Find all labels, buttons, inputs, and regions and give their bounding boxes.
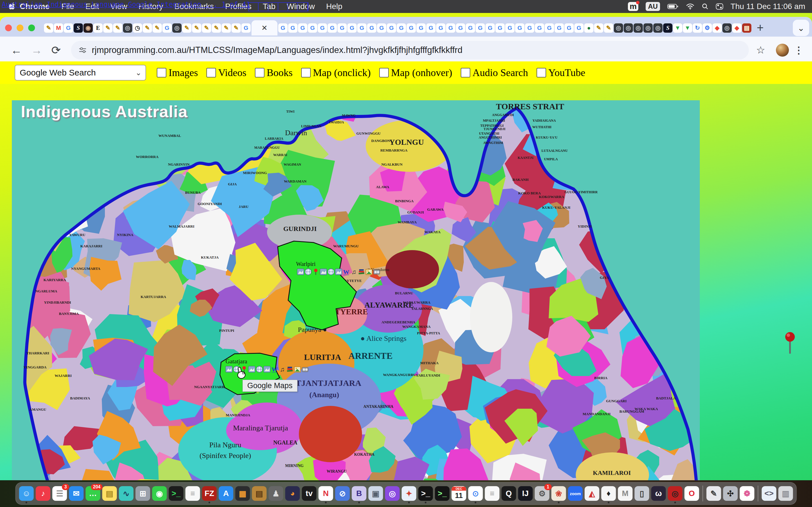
dock-item-iphone[interactable]: ▯ <box>635 486 649 501</box>
tab-favicon-google[interactable]: G <box>495 23 505 33</box>
tab-favicon-chrome-dark[interactable]: ◎ <box>633 23 643 33</box>
dock-item-textedit2[interactable]: ≡ <box>485 486 500 501</box>
dock-item-intellij[interactable]: IJ <box>518 486 533 501</box>
tab-favicon-google[interactable]: G <box>446 23 455 33</box>
dock-item-catapp[interactable]: ω <box>651 486 666 501</box>
tab-favicon-maps[interactable]: ◆ <box>732 23 742 33</box>
dock-item-accessibility[interactable]: ✣ <box>723 486 738 501</box>
tab-favicon-google[interactable]: G <box>456 23 465 33</box>
dock-item-filezilla[interactable]: FZ <box>202 486 217 501</box>
dock-item-zoom[interactable]: zoom <box>568 486 583 501</box>
spotlight-search-icon[interactable] <box>702 3 709 10</box>
dock-item-quicktime[interactable]: Q <box>502 486 516 501</box>
tab-favicon-pencil[interactable]: ✎ <box>44 23 53 33</box>
tab-favicon-pencil[interactable]: ✎ <box>153 23 162 33</box>
tab-favicon-pin[interactable]: ▼ <box>673 23 682 33</box>
dock-item-settings[interactable]: ⚙1 <box>535 486 550 501</box>
tab-favicon-google[interactable]: G <box>564 23 574 33</box>
tab-favicon-pencil[interactable]: ✎ <box>192 23 201 33</box>
tab-favicon-google[interactable]: G <box>535 23 544 33</box>
close-window-button[interactable] <box>5 24 12 31</box>
menu-item-history[interactable]: History <box>139 2 163 11</box>
checkbox-box[interactable] <box>157 68 166 77</box>
tab-favicon-chrome-dark[interactable]: ◎ <box>624 23 633 33</box>
dock-item-messages[interactable]: …204 <box>86 486 100 501</box>
tab-favicon-google[interactable]: G <box>407 23 416 33</box>
checkbox-box[interactable] <box>537 68 546 77</box>
dock-item-trash[interactable]: ▥ <box>778 486 793 501</box>
menu-item-profiles[interactable]: Profiles <box>225 2 252 11</box>
dock-item-music[interactable]: ♪ <box>36 486 50 501</box>
tab-favicon-google[interactable]: G <box>357 23 366 33</box>
dock-item-inkscape[interactable]: ♦ <box>601 486 616 501</box>
dock-item-opera[interactable]: O <box>684 486 699 501</box>
checkbox-videos[interactable]: Videos <box>206 67 246 78</box>
menu-item-help[interactable]: Help <box>326 2 343 11</box>
tab-favicon-google[interactable]: G <box>545 23 554 33</box>
search-type-select[interactable]: Google Web Search ⌄ <box>15 65 146 80</box>
dock-item-finder[interactable]: ☺ <box>19 486 34 501</box>
tab-favicon-google[interactable]: G <box>387 23 396 33</box>
dock-item-previewimg[interactable]: ▣ <box>368 486 383 501</box>
tab-favicon-google[interactable]: G <box>397 23 406 33</box>
menu-item-tab[interactable]: Tab <box>263 2 275 11</box>
dock-item-textedit[interactable]: ≡ <box>186 486 200 501</box>
checkbox-audio-search[interactable]: Audio Search <box>461 67 528 78</box>
menu-app-name[interactable]: Chrome <box>20 2 50 11</box>
dock-item-safari[interactable]: ✦ <box>402 486 416 501</box>
dock-item-facetime[interactable]: ◉ <box>152 486 167 501</box>
tab-favicon-google[interactable]: G <box>288 23 297 33</box>
tab-favicon-green-dot[interactable]: ● <box>584 23 594 33</box>
tab-favicon-chrome-dark[interactable]: ◎ <box>644 23 653 33</box>
tab-favicon-google[interactable]: G <box>241 23 251 33</box>
bookmark-star-icon[interactable]: ☆ <box>756 44 765 56</box>
tab-favicon-google[interactable]: G <box>278 23 288 33</box>
dock-item-graph[interactable]: ∿ <box>119 486 134 501</box>
dock-item-terminal[interactable]: >_ <box>169 486 184 501</box>
dock-item-bbedit[interactable]: B <box>352 486 366 501</box>
tab-favicon-google[interactable]: G <box>466 23 475 33</box>
australia-map-svg[interactable]: TORRES STRAITDarwinYOLNGUGURINDJIALYAWAR… <box>12 100 700 499</box>
checkbox-box[interactable] <box>379 68 389 77</box>
url-bar[interactable]: rjmprogramming.com.au/HTMLCSS/ImageMap/L… <box>71 41 749 59</box>
tab-favicon-clock[interactable]: ◷ <box>133 23 142 33</box>
browser-menu-icon[interactable]: ⋮ <box>794 45 804 56</box>
tab-favicon-script[interactable]: S <box>663 23 672 33</box>
url-text[interactable]: rjmprogramming.com.au/HTMLCSS/ImageMap/L… <box>92 45 463 55</box>
dock-item-character[interactable]: ♟ <box>269 486 283 501</box>
tab-favicon-google[interactable]: G <box>64 23 73 33</box>
tab-favicon-chrome-dark[interactable]: ◎ <box>653 23 663 33</box>
dock-item-chrome[interactable]: ⊙ <box>468 486 483 501</box>
tab-favicon-google[interactable]: G <box>308 23 317 33</box>
tab-favicon-maps[interactable]: ◆ <box>712 23 722 33</box>
dock-item-firefox[interactable]: ◕ <box>285 486 300 501</box>
dock-item-terminal3[interactable]: >_ <box>435 486 450 501</box>
dock-item-podcasts[interactable]: ◎ <box>385 486 400 501</box>
tab-favicon-google[interactable]: G <box>416 23 426 33</box>
site-settings-icon[interactable] <box>79 46 87 54</box>
tab-favicon-pin[interactable]: ▼ <box>683 23 692 33</box>
dock-item-launchpad[interactable]: ⊞ <box>136 486 150 501</box>
dock-item-mamp[interactable]: M <box>618 486 633 501</box>
dock-item-roulette[interactable]: ◎ <box>668 486 682 501</box>
dock-item-contacts[interactable]: ▤ <box>252 486 267 501</box>
tab-favicon-pencil[interactable]: ✎ <box>202 23 211 33</box>
dock-item-notes[interactable]: ▤ <box>102 486 117 501</box>
tab-favicon-pencil[interactable]: ✎ <box>182 23 192 33</box>
tab-favicon-pencil[interactable]: ✎ <box>221 23 231 33</box>
tab-favicon-script[interactable]: S <box>73 23 83 33</box>
back-button[interactable]: ← <box>11 44 22 57</box>
checkbox-box[interactable] <box>206 68 216 77</box>
indigenous-australia-image-map[interactable]: TORRES STRAITDarwinYOLNGUGURINDJIALYAWAR… <box>12 100 700 499</box>
checkbox-youtube[interactable]: YouTube <box>537 67 585 78</box>
tab-favicon-google[interactable]: G <box>436 23 446 33</box>
checkbox-box[interactable] <box>301 68 311 77</box>
tab-favicon-google[interactable]: G <box>525 23 534 33</box>
minimize-window-button[interactable] <box>17 24 23 31</box>
menu-item-view[interactable]: View <box>110 2 127 11</box>
tab-favicon-google[interactable]: G <box>347 23 357 33</box>
dock-item-mail[interactable]: ✉ <box>69 486 84 501</box>
reload-button[interactable]: ⟳ <box>51 44 61 57</box>
tab-favicon-google[interactable]: G <box>505 23 515 33</box>
tab-favicon-camera[interactable]: ◉ <box>84 23 93 33</box>
